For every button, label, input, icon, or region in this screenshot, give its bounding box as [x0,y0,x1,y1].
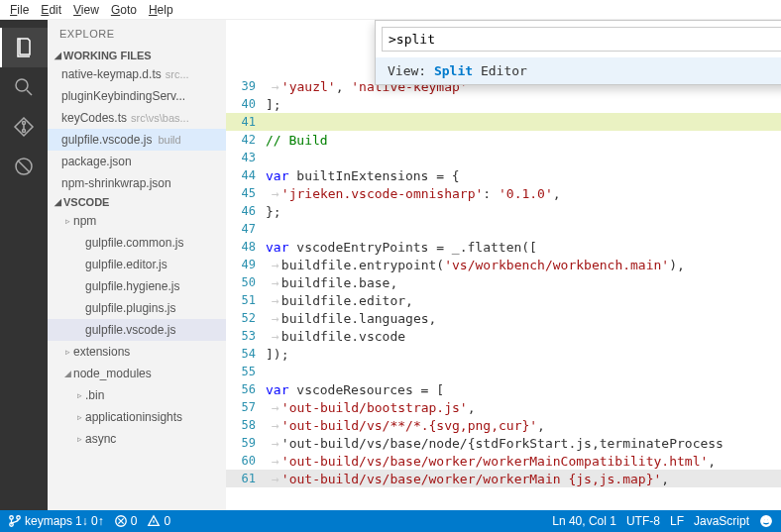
folder-tree-item[interactable]: ▹applicationinsights [48,406,226,428]
feedback-icon[interactable] [759,514,773,528]
code-line[interactable]: 45→'jrieken.vscode-omnisharp': '0.1.0', [226,184,781,202]
code-line[interactable]: 54]); [226,345,781,363]
code-line[interactable]: 48var vscodeEntryPoints = _.flatten([ [226,238,781,256]
eol-status[interactable]: LF [670,514,684,528]
folder-tree-item[interactable]: ◢node_modules [48,363,226,384]
editor-area: ✕ , 'remote', 'sax',rl', 'vscode-textm39… [226,20,781,512]
working-file-item[interactable]: gulpfile.vscode.jsbuild [48,129,226,151]
status-bar: keymaps 1↓ 0↑ 0 0 Ln 40, Col 1 UTF-8 LF … [0,510,781,532]
errors-status[interactable]: 0 [114,514,138,528]
code-line[interactable]: 44var builtInExtensions = { [226,166,781,184]
explorer-icon[interactable] [0,28,48,67]
folder-tree-item[interactable]: ▹npm [48,210,226,232]
menu-file[interactable]: File [4,1,35,19]
code-line[interactable]: 49→buildfile.entrypoint('vs/workbench/wo… [226,256,781,273]
code-line[interactable]: 51→buildfile.editor, [226,291,781,309]
working-file-item[interactable]: package.json [48,151,226,172]
working-file-item[interactable]: keyCodes.tssrc\vs\bas... [48,107,226,129]
code-line[interactable]: 58→'out-build/vs/**/*.{svg,png,cur}', [226,416,781,434]
code-line[interactable]: 40]; [226,95,781,113]
code-line[interactable]: 41 [226,113,781,131]
language-status[interactable]: JavaScript [694,514,749,528]
menu-goto[interactable]: Goto [105,1,143,19]
menu-view[interactable]: View [67,1,105,19]
git-icon[interactable] [0,107,48,147]
encoding-status[interactable]: UTF-8 [626,514,660,528]
code-line[interactable]: 46}; [226,202,781,220]
svg-point-10 [761,516,772,527]
menubar: File Edit View Goto Help [0,0,781,20]
code-line[interactable]: 50→buildfile.base, [226,273,781,291]
code-line[interactable]: 47 [226,220,781,238]
working-file-item[interactable]: npm-shrinkwrap.json [48,172,226,194]
command-palette: View: Split Editor Ctrl+^ [375,20,781,85]
code-line[interactable]: 55 [226,363,781,380]
code-line[interactable]: 52→buildfile.languages, [226,309,781,327]
folder-tree-item[interactable]: gulpfile.plugins.js [48,297,226,319]
working-file-item[interactable]: native-keymap.d.tssrc... [48,63,226,85]
folder-header[interactable]: ◢VSCODE [48,194,226,210]
folder-tree-item[interactable]: gulpfile.editor.js [48,254,226,275]
folder-tree-item[interactable]: ▹async [48,428,226,450]
code-line[interactable]: 59→'out-build/vs/base/node/{stdForkStart… [226,434,781,452]
command-palette-input[interactable] [382,27,781,52]
code-line[interactable]: 57→'out-build/bootstrap.js', [226,398,781,416]
working-files-header[interactable]: ◢WORKING FILES [48,48,226,63]
svg-point-0 [16,79,28,91]
svg-point-8 [17,516,21,520]
cursor-position-status[interactable]: Ln 40, Col 1 [552,514,616,528]
debug-icon[interactable] [0,147,48,186]
folder-tree-item[interactable]: gulpfile.hygiene.js [48,275,226,297]
code-line[interactable]: 53→buildfile.vscode [226,327,781,345]
folder-tree-item[interactable]: ▹.bin [48,384,226,406]
svg-point-12 [767,518,769,520]
menu-help[interactable]: Help [143,1,179,19]
code-line[interactable]: 43 [226,149,781,166]
search-icon[interactable] [0,67,48,107]
code-line[interactable]: 42// Build [226,131,781,149]
folder-tree-item[interactable]: ▹extensions [48,341,226,363]
svg-point-6 [10,516,14,520]
command-palette-result[interactable]: View: Split Editor Ctrl+^ [376,57,781,84]
code-line[interactable]: 60→'out-build/vs/base/worker/workerMainC… [226,452,781,470]
menu-edit[interactable]: Edit [35,1,67,19]
code-line[interactable]: 56var vscodeResources = [ [226,380,781,398]
activity-bar [0,20,48,512]
explorer-sidebar: EXPLORE ◢WORKING FILES native-keymap.d.t… [48,20,226,512]
folder-tree-item[interactable]: gulpfile.vscode.js [48,319,226,341]
working-file-item[interactable]: pluginKeybindingServ... [48,85,226,107]
folder-tree-item[interactable]: gulpfile.common.js [48,232,226,254]
warnings-status[interactable]: 0 [147,514,170,528]
git-branch-status[interactable]: keymaps 1↓ 0↑ [8,514,104,528]
code-line[interactable]: 61→'out-build/vs/base/worker/workerMain … [226,470,781,487]
sidebar-title: EXPLORE [48,20,226,48]
svg-point-11 [763,518,765,520]
